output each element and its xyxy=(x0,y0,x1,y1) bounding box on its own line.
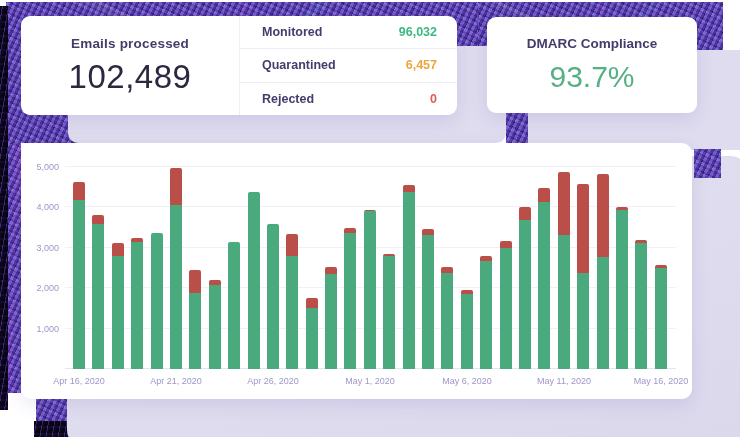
bar-segment-red xyxy=(306,298,318,307)
bar-segment-green xyxy=(655,268,667,369)
bar xyxy=(558,172,570,369)
glitch-patch-chart-corner xyxy=(694,149,721,178)
bar-segment-green xyxy=(286,256,298,369)
bar-segment-green xyxy=(538,202,550,369)
bar xyxy=(538,188,550,369)
x-axis-tick-label: Apr 26, 2020 xyxy=(247,376,299,386)
bar xyxy=(325,267,337,369)
bar xyxy=(422,229,434,369)
bar-segment-green xyxy=(92,224,104,369)
bar xyxy=(519,207,531,369)
bar-segment-green xyxy=(519,220,531,369)
bar xyxy=(286,234,298,369)
stacked-bar-chart: 1,0002,0003,0004,0005,000Apr 16, 2020Apr… xyxy=(65,167,676,369)
emails-processed-pane: Emails processed 102,489 xyxy=(21,16,239,115)
bars-container xyxy=(73,167,667,369)
bar xyxy=(306,298,318,369)
quarantined-value: 6,457 xyxy=(406,58,437,72)
bar-segment-red xyxy=(325,267,337,274)
x-axis-tick-label: May 16, 2020 xyxy=(634,376,689,386)
bar-segment-green xyxy=(189,293,201,369)
y-axis-tick-label: 1,000 xyxy=(23,324,59,334)
bar-segment-red xyxy=(170,168,182,205)
bar-segment-green xyxy=(228,242,240,369)
bar-segment-green xyxy=(209,285,221,369)
glitch-patch-below-dmarc xyxy=(506,110,528,145)
x-axis-tick-label: Apr 21, 2020 xyxy=(150,376,202,386)
glitch-dark-bottom xyxy=(34,421,70,437)
bar xyxy=(383,254,395,369)
bar-segment-red xyxy=(538,188,550,201)
y-axis-tick-label: 3,000 xyxy=(23,243,59,253)
bar-segment-red xyxy=(577,184,589,273)
bar-segment-red xyxy=(500,241,512,249)
rejected-label: Rejected xyxy=(262,92,314,106)
bar xyxy=(344,228,356,369)
bar-segment-green xyxy=(616,210,628,369)
bar-segment-red xyxy=(112,243,124,256)
bar xyxy=(248,192,260,369)
bar-segment-green xyxy=(403,192,415,369)
bar-segment-green xyxy=(325,274,337,369)
bar xyxy=(189,270,201,369)
bar-segment-green xyxy=(635,243,647,369)
bar-segment-red xyxy=(189,270,201,293)
bar-segment-green xyxy=(577,273,589,369)
y-axis-tick-label: 5,000 xyxy=(23,162,59,172)
bar-segment-green xyxy=(480,261,492,369)
bar xyxy=(635,240,647,369)
bar-segment-green xyxy=(306,308,318,369)
dmarc-compliance-card: DMARC Compliance 93.7% xyxy=(487,17,697,113)
bar-segment-red xyxy=(558,172,570,235)
bar-segment-red xyxy=(73,182,85,200)
bar-segment-green xyxy=(248,192,260,369)
x-axis-tick-label: May 11, 2020 xyxy=(537,376,591,386)
bar xyxy=(151,233,163,369)
bar-segment-green xyxy=(597,257,609,369)
emails-processed-value: 102,489 xyxy=(69,58,192,96)
bar xyxy=(228,242,240,369)
bar-segment-green xyxy=(267,224,279,369)
bar xyxy=(267,224,279,369)
glitch-dark-edge xyxy=(0,6,8,410)
bar-segment-green xyxy=(500,248,512,369)
bar xyxy=(441,267,453,369)
email-security-dashboard: Emails processed 102,489 Monitored 96,03… xyxy=(0,0,740,437)
dmarc-compliance-label: DMARC Compliance xyxy=(527,36,658,51)
bar-segment-green xyxy=(112,256,124,369)
bar xyxy=(131,238,143,369)
bar-segment-green xyxy=(131,242,143,369)
bar xyxy=(577,184,589,369)
bar-segment-green xyxy=(73,200,85,369)
stat-row-monitored: Monitored 96,032 xyxy=(240,16,457,48)
summary-card: Emails processed 102,489 Monitored 96,03… xyxy=(21,16,457,115)
dmarc-compliance-value: 93.7% xyxy=(549,60,634,94)
bar xyxy=(364,210,376,369)
x-axis-tick-label: Apr 16, 2020 xyxy=(53,376,105,386)
bar-segment-red xyxy=(286,234,298,256)
bar xyxy=(209,280,221,369)
y-axis-tick-label: 2,000 xyxy=(23,283,59,293)
bar xyxy=(655,265,667,369)
bar-segment-red xyxy=(92,215,104,224)
bar xyxy=(170,168,182,369)
x-axis-tick-label: May 6, 2020 xyxy=(442,376,492,386)
bar xyxy=(73,182,85,369)
monitored-value: 96,032 xyxy=(399,25,437,39)
bar xyxy=(616,207,628,369)
monitored-label: Monitored xyxy=(262,25,322,39)
chart-card: 1,0002,0003,0004,0005,000Apr 16, 2020Apr… xyxy=(21,143,692,399)
stat-row-rejected: Rejected 0 xyxy=(240,82,457,115)
bar-segment-green xyxy=(151,233,163,369)
bar-segment-red xyxy=(403,185,415,192)
email-stats-pane: Monitored 96,032 Quarantined 6,457 Rejec… xyxy=(239,16,457,115)
quarantined-label: Quarantined xyxy=(262,58,336,72)
bar-segment-green xyxy=(422,235,434,369)
rejected-value: 0 xyxy=(430,92,437,106)
bar-segment-red xyxy=(519,207,531,220)
emails-processed-label: Emails processed xyxy=(71,36,189,51)
bar-segment-green xyxy=(558,235,570,369)
bar-segment-green xyxy=(461,294,473,369)
y-axis-tick-label: 4,000 xyxy=(23,202,59,212)
bar-segment-green xyxy=(344,233,356,369)
